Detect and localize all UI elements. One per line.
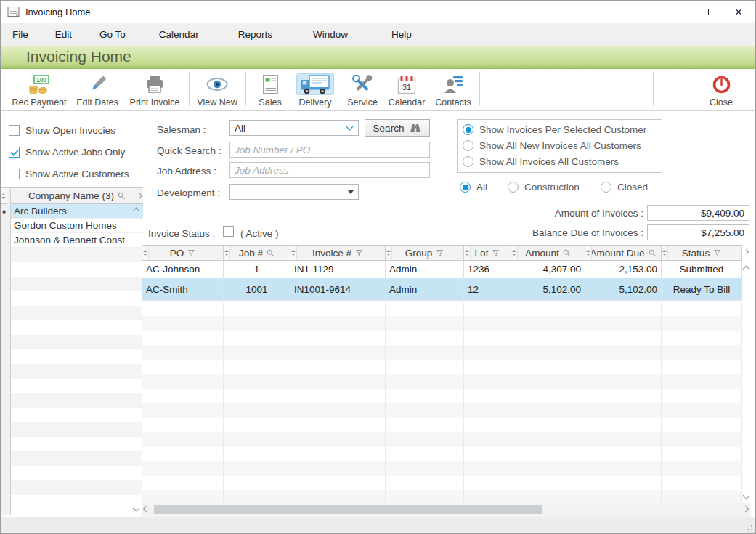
sort-widget[interactable]: [464, 246, 471, 260]
column-header-job[interactable]: Job #: [224, 245, 290, 261]
delivery-button[interactable]: Delivery: [291, 71, 339, 108]
scroll-down-icon[interactable]: [133, 505, 140, 512]
column-header-po[interactable]: PO: [142, 245, 224, 261]
minimize-button[interactable]: [655, 1, 688, 23]
radio[interactable]: [463, 140, 473, 151]
column-header-lot[interactable]: Lot: [464, 245, 511, 261]
resize-grip-icon[interactable]: [744, 522, 753, 531]
checkbox[interactable]: [9, 169, 20, 179]
expand-right-icon[interactable]: [744, 249, 749, 254]
sort-widget[interactable]: [290, 246, 297, 260]
column-header-amount-due[interactable]: Amount Due: [585, 245, 662, 261]
show-active-customers-checkbox-row[interactable]: Show Active Customers: [9, 169, 129, 179]
chevron-down-icon[interactable]: [341, 121, 358, 135]
radio[interactable]: [463, 124, 473, 135]
service-button[interactable]: Service: [342, 71, 383, 108]
quick-search-input[interactable]: [229, 142, 430, 158]
radio[interactable]: [508, 182, 519, 193]
filter-icon[interactable]: [436, 249, 444, 257]
filter-icon[interactable]: [713, 249, 721, 257]
scrollbar-thumb[interactable]: [154, 505, 542, 514]
salesman-dropdown[interactable]: All: [229, 120, 359, 136]
invoices-table: PO Job # Invoice # Group Lot Amount Amou…: [142, 245, 742, 503]
invoice-status-checkbox[interactable]: [223, 226, 234, 237]
menu-help[interactable]: Help: [384, 23, 419, 46]
menu-calendar[interactable]: Calendar: [152, 23, 206, 46]
tools-icon: [349, 73, 375, 95]
radio-construction[interactable]: Construction: [508, 182, 580, 193]
column-header-invoice[interactable]: Invoice #: [290, 245, 386, 261]
close-window-button[interactable]: ×: [722, 1, 755, 23]
truck-icon: [296, 73, 334, 95]
menu-reports[interactable]: Reports: [231, 23, 280, 46]
menu-file[interactable]: File: [5, 23, 36, 46]
radio-closed[interactable]: Closed: [601, 182, 648, 193]
toolbar-separator: [245, 72, 246, 106]
show-active-jobs-checkbox-row[interactable]: Show Active Jobs Only: [9, 147, 125, 158]
edit-dates-button[interactable]: Edit Dates: [73, 71, 122, 108]
radio[interactable]: [601, 182, 611, 193]
invoice-status-label: Invoice Status :: [148, 228, 215, 239]
search-icon[interactable]: [649, 249, 657, 257]
row-indicator-column: [1, 188, 11, 515]
radio[interactable]: [463, 156, 473, 167]
rec-payment-button[interactable]: 100 Rec Payment: [8, 71, 70, 108]
close-button[interactable]: Close: [695, 71, 747, 108]
document-icon: [260, 73, 281, 95]
sort-widget[interactable]: [585, 246, 592, 260]
sort-widget[interactable]: [511, 246, 518, 260]
scroll-down-icon[interactable]: [743, 493, 750, 500]
search-icon[interactable]: [267, 249, 275, 257]
invoice-row[interactable]: AC-Smith 1001 IN1001-9614 Admin 12 5,102…: [142, 278, 742, 301]
horizontal-scrollbar[interactable]: [142, 503, 751, 517]
table-vertical-scrollbar[interactable]: [742, 245, 752, 503]
sales-button[interactable]: Sales: [252, 71, 288, 108]
radio[interactable]: [460, 182, 471, 193]
scroll-left-icon[interactable]: [143, 506, 150, 513]
radio-show-per-selected-customer[interactable]: Show Invoices Per Selected Customer: [463, 124, 646, 135]
calendar-button[interactable]: 31 Calendar: [386, 71, 428, 108]
job-address-input[interactable]: [229, 162, 430, 178]
radio-all[interactable]: All: [460, 182, 487, 193]
calendar-31-icon: 31: [394, 73, 419, 95]
show-open-invoices-checkbox-row[interactable]: Show Open Invocies: [9, 125, 115, 136]
column-header-amount[interactable]: Amount: [511, 245, 585, 261]
maximize-button[interactable]: [688, 1, 722, 23]
column-header-status[interactable]: Status: [662, 245, 742, 261]
view-new-button[interactable]: View New: [193, 71, 241, 108]
sort-widget[interactable]: [142, 246, 149, 260]
company-row[interactable]: Arc Builders: [11, 204, 143, 219]
filter-icon[interactable]: [355, 249, 363, 257]
menu-go-to[interactable]: Go To: [92, 23, 133, 46]
company-row[interactable]: Gordon Custom Homes: [11, 219, 143, 233]
company-row[interactable]: Johnson & Bennett Const: [11, 233, 143, 248]
checkbox[interactable]: [9, 147, 20, 158]
search-button[interactable]: Search: [365, 119, 430, 137]
filter-icon[interactable]: [187, 249, 195, 257]
search-icon[interactable]: [563, 249, 571, 257]
search-icon[interactable]: [118, 192, 126, 200]
invoice-row[interactable]: AC-Johnson 1 IN1-1129 Admin 1236 4,307.0…: [142, 261, 742, 278]
scroll-right-icon[interactable]: [742, 506, 749, 513]
scroll-up-icon[interactable]: [743, 266, 750, 273]
sort-widget[interactable]: [1, 188, 7, 204]
maximize-icon: [702, 9, 709, 15]
sort-widget[interactable]: [386, 246, 392, 260]
menu-edit[interactable]: Edit: [48, 23, 79, 46]
company-list: Company Name (3) Arc Builders Gordon Cus…: [1, 187, 143, 515]
money-coins-icon: 100: [25, 73, 54, 95]
radio-show-all-invoices[interactable]: Show All Invoices All Customers: [463, 156, 619, 167]
chevron-down-icon[interactable]: [344, 185, 358, 199]
menu-window[interactable]: Window: [306, 23, 355, 46]
company-list-header[interactable]: Company Name (3): [11, 188, 143, 204]
column-header-group[interactable]: Group: [386, 245, 464, 261]
contacts-button[interactable]: Contacts: [431, 71, 476, 108]
development-label: Development :: [157, 187, 220, 198]
sort-widget[interactable]: [224, 246, 230, 260]
checkbox[interactable]: [9, 125, 20, 136]
filter-icon[interactable]: [492, 249, 500, 257]
radio-show-all-new-invoices[interactable]: Show All New Invoices All Customers: [463, 140, 641, 151]
sort-widget[interactable]: [662, 246, 668, 260]
print-invoice-button[interactable]: Print Invoice: [124, 71, 185, 108]
development-dropdown[interactable]: [229, 184, 359, 200]
